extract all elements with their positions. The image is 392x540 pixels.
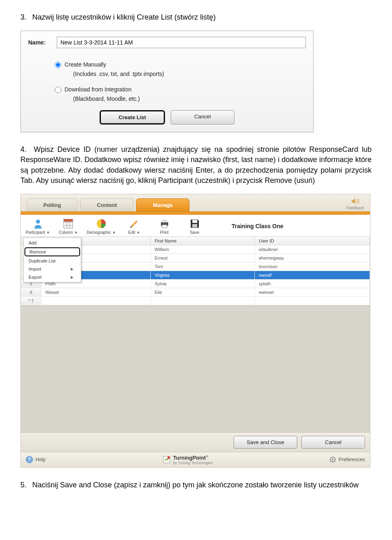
name-input[interactable] xyxy=(57,37,306,48)
toolbar-participant[interactable]: Participant▼ xyxy=(26,218,50,235)
cancel-button[interactable]: Cancel xyxy=(171,110,234,124)
toolbar-print[interactable]: Print xyxy=(153,218,176,235)
instruction-5: 5. Naciśnij Save and Close (zapisz i zam… xyxy=(20,480,372,490)
toolbar-label: Column xyxy=(59,230,73,235)
manage-window: Polling Content Manage Feedback Particip… xyxy=(20,194,370,468)
menu-duplicate-list[interactable]: Duplicate List xyxy=(24,257,81,265)
cell-userid[interactable]: ewiesel xyxy=(254,288,370,296)
row-number: * 7 xyxy=(21,296,41,305)
svg-rect-12 xyxy=(192,224,197,227)
option-subtext: (Blackboard, Moodle, etc.) xyxy=(73,96,306,102)
brand-subtitle: by Turning Technologies xyxy=(173,461,213,465)
tab-manage[interactable]: Manage xyxy=(136,198,189,211)
cell-firstname[interactable] xyxy=(150,296,254,305)
tab-content[interactable]: Content xyxy=(80,198,134,211)
grid-icon xyxy=(62,218,74,229)
participant-context-menu: Add Remove Duplicate List Import▶ Export… xyxy=(23,238,81,282)
toolbar-edit[interactable]: Edit▼ xyxy=(122,218,146,235)
toolbar-column[interactable]: Column▼ xyxy=(56,218,80,235)
table-row[interactable]: * 7 xyxy=(21,296,370,305)
chevron-down-icon: ▼ xyxy=(74,231,78,235)
cell-firstname[interactable]: Ernest xyxy=(150,253,254,262)
brand-icon xyxy=(163,456,171,464)
tab-bar: Polling Content Manage Feedback xyxy=(21,194,370,212)
col-userid[interactable]: User ID xyxy=(254,236,370,245)
svg-point-0 xyxy=(36,220,40,224)
toolbar-label: Edit xyxy=(128,230,135,235)
toolbar-label: Save xyxy=(190,230,199,235)
chevron-down-icon: ▼ xyxy=(46,231,50,235)
footer-buttons: Save and Close Cancel xyxy=(21,432,370,452)
instruction-3: 3. Nazwij listę uczestników i kliknij Cr… xyxy=(20,12,372,22)
name-label: Name: xyxy=(28,39,57,46)
cell-firstname[interactable]: Toni xyxy=(150,262,254,271)
help-label: Help xyxy=(36,457,46,462)
cell-firstname[interactable]: Virginia xyxy=(150,271,254,279)
instruction-text: Nazwij listę uczestników i kliknij Creat… xyxy=(32,13,216,21)
cell-firstname[interactable]: William xyxy=(150,245,254,253)
radio-download-integration[interactable] xyxy=(55,87,61,93)
cell-firstname[interactable]: Elie xyxy=(150,288,254,296)
option-download-integration[interactable]: Download from Integration xyxy=(53,85,306,93)
help-icon: ? xyxy=(26,456,33,463)
svg-rect-6 xyxy=(64,219,73,222)
cell-userid[interactable]: splath xyxy=(254,279,370,288)
toolbar-label: Participant xyxy=(26,230,45,235)
table-row[interactable]: 6WieselElieewiesel xyxy=(21,288,370,296)
list-title: Training Class One xyxy=(232,223,365,229)
menu-remove[interactable]: Remove xyxy=(24,247,80,256)
feedback-button[interactable]: Feedback xyxy=(346,198,364,210)
toolbar: Participant▼ Column▼ Demographic▼ xyxy=(21,215,370,236)
cell-userid[interactable]: vwoolf xyxy=(254,271,370,279)
instruction-text: Naciśnij Save and Close (zapisz i zamkni… xyxy=(32,481,359,489)
create-list-button[interactable]: Create List xyxy=(100,110,165,124)
cell-firstname[interactable]: Sylvia xyxy=(150,279,254,288)
cell-lastname[interactable]: Wiesel xyxy=(41,288,151,296)
instruction-4: 4. Wpisz Device ID (numer urządzenia) zn… xyxy=(20,144,372,186)
instruction-text: Wpisz Device ID (numer urządzenia) znajd… xyxy=(20,145,372,184)
toolbar-save[interactable]: Save xyxy=(183,218,207,235)
help-button[interactable]: ? Help xyxy=(26,456,46,463)
submenu-arrow-icon: ▶ xyxy=(71,267,74,271)
empty-grid-area xyxy=(21,305,370,432)
svg-rect-9 xyxy=(162,220,167,222)
option-create-manually[interactable]: Create Manually xyxy=(53,60,306,68)
save-and-close-button[interactable]: Save and Close xyxy=(234,436,297,449)
radio-create-manually[interactable] xyxy=(55,62,61,68)
menu-add[interactable]: Add xyxy=(24,239,81,247)
cell-userid[interactable]: wfaulkner xyxy=(254,245,370,253)
cell-userid[interactable] xyxy=(254,296,370,305)
toolbar-label: Demographic xyxy=(87,230,111,235)
svg-rect-10 xyxy=(162,225,167,228)
brand: TurningPoint® by Turning Technologies xyxy=(163,455,213,465)
cell-userid[interactable]: ehemingway xyxy=(254,253,370,262)
printer-icon xyxy=(159,218,170,229)
step-number: 5. xyxy=(20,480,30,490)
menu-export[interactable]: Export▶ xyxy=(24,273,81,281)
toolbar-demographic[interactable]: Demographic▼ xyxy=(87,218,116,235)
cell-lastname[interactable] xyxy=(41,296,151,305)
svg-point-14 xyxy=(167,456,170,459)
brand-name: TurningPoint xyxy=(173,455,206,461)
preferences-button[interactable]: Preferences xyxy=(330,456,365,463)
preferences-label: Preferences xyxy=(339,457,365,462)
step-number: 4. xyxy=(20,144,30,155)
cancel-button[interactable]: Cancel xyxy=(301,436,365,449)
svg-rect-11 xyxy=(192,220,197,223)
create-list-dialog: Name: Create Manually (Includes .csv, tx… xyxy=(20,31,314,132)
step-number: 3. xyxy=(20,12,30,22)
pie-icon xyxy=(96,218,107,229)
menu-import[interactable]: Import▶ xyxy=(24,265,81,273)
chevron-down-icon: ▼ xyxy=(136,231,140,235)
row-number: 6 xyxy=(21,288,41,296)
submenu-arrow-icon: ▶ xyxy=(71,275,74,279)
feedback-label: Feedback xyxy=(346,206,364,210)
gear-icon xyxy=(330,456,336,463)
col-firstname[interactable]: First Name xyxy=(150,236,254,245)
cell-userid[interactable]: tmorrison xyxy=(254,262,370,271)
pencil-icon xyxy=(129,218,140,229)
chevron-down-icon: ▼ xyxy=(112,231,116,235)
save-icon xyxy=(189,218,200,229)
tab-polling[interactable]: Polling xyxy=(27,198,78,211)
grid-area: Last Name First Name User ID FaulknerWil… xyxy=(21,236,370,432)
